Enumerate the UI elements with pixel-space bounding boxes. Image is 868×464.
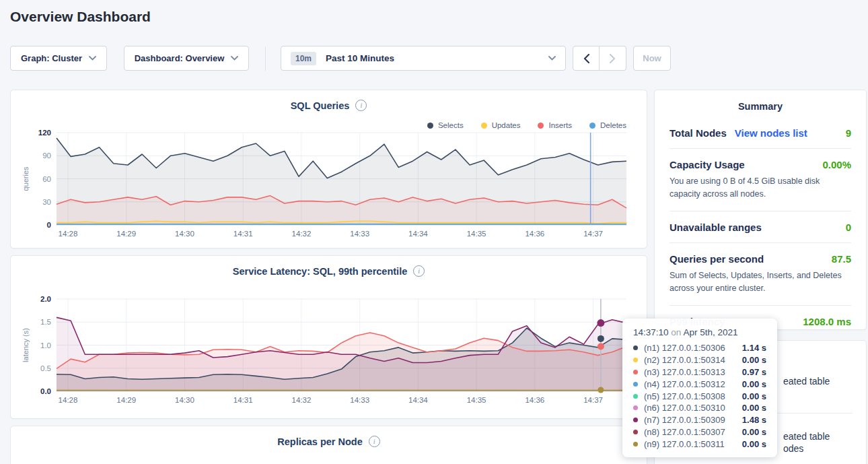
total-nodes-value: 9 [846,127,851,139]
inserts-dot-icon [538,123,544,129]
unavailable-ranges-value: 0 [846,222,851,233]
svg-text:0.0: 0.0 [40,387,51,395]
capacity-usage-label: Capacity Usage [670,159,745,170]
controls-divider [265,46,266,71]
n2-dot-icon [633,358,638,362]
tooltip-row-n4: (n4) 127.0.0.1:503120.00 s [633,378,766,390]
chevron-down-icon [89,56,96,61]
overview-dashboard-page: Overview Dashboard Graph: Cluster Dashbo… [0,0,868,464]
svg-text:14:32: 14:32 [292,230,312,238]
queries-per-second-value: 87.5 [832,253,851,265]
svg-text:14:34: 14:34 [408,396,428,404]
tooltip-row-n9: (n9) 127.0.0.1:503110.00 s [633,438,766,450]
tooltip-row-n7: (n7) 127.0.0.1:503091.48 s [633,414,766,426]
info-icon[interactable]: i [413,265,425,277]
replicas-per-node-panel: Replicas per Node i [10,426,647,464]
capacity-usage-value: 0.00% [822,159,851,170]
now-button[interactable]: Now [633,46,671,71]
time-range-label: Past 10 Minutes [326,53,394,63]
queries-per-second-label: Queries per second [670,253,764,265]
graph-dropdown-label: Graph: Cluster [21,53,82,63]
svg-text:1.5: 1.5 [40,318,51,326]
svg-text:latency (s): latency (s) [22,328,30,362]
p99-latency-value: 1208.0 ms [803,316,851,327]
svg-text:120: 120 [38,129,51,137]
sql-queries-title: SQL Queries [291,100,350,111]
event-text-fragment: eated table [783,376,830,387]
total-nodes-label: Total Nodes [670,127,727,139]
svg-text:14:37: 14:37 [583,396,603,404]
n3-dot-icon [633,370,638,374]
svg-text:14:29: 14:29 [116,396,136,404]
info-icon[interactable]: i [355,100,367,111]
n5-dot-icon [633,394,638,399]
time-range-picker[interactable]: 10m Past 10 Minutes [281,46,566,71]
replicas-per-node-title: Replicas per Node [277,436,363,447]
svg-text:queries: queries [22,166,30,191]
svg-text:14:34: 14:34 [408,230,428,238]
svg-text:90: 90 [42,152,51,160]
svg-text:14:36: 14:36 [525,396,544,404]
service-latency-panel: Service Latency: SQL, 99th percentile i … [10,255,647,419]
view-nodes-list-link[interactable]: View nodes list [735,127,807,139]
selects-dot-icon [427,123,433,129]
svg-text:2.0: 2.0 [40,295,51,303]
svg-text:0.5: 0.5 [40,364,51,372]
tooltip-row-n2: (n2) 127.0.0.1:503140.00 s [633,354,766,366]
n7-dot-icon [633,418,638,422]
latency-chart-tooltip: 14:37:10 on Apr 5th, 2021 (n1) 127.0.0.1… [622,319,777,457]
svg-text:14:33: 14:33 [350,396,369,404]
tooltip-row-n8: (n8) 127.0.0.1:503070.00 s [633,426,766,438]
summary-title: Summary [670,101,851,112]
chevron-down-icon [548,56,556,61]
svg-text:14:31: 14:31 [233,230,253,238]
n1-dot-icon [633,345,638,350]
dashboard-dropdown-label: Dashboard: Overview [135,53,225,63]
sql-queries-chart[interactable]: 14:2814:2914:3014:3114:3214:3314:3414:35… [11,129,648,240]
updates-dot-icon [481,123,487,129]
svg-text:14:31: 14:31 [233,396,253,404]
n4-dot-icon [633,382,638,387]
summary-row-total-nodes: Total Nodes View nodes list 9 [670,117,851,149]
svg-text:14:29: 14:29 [116,230,136,238]
svg-text:14:32: 14:32 [292,396,312,404]
svg-text:30: 30 [42,198,51,206]
svg-text:14:28: 14:28 [59,396,78,404]
svg-text:14:28: 14:28 [59,230,78,238]
graph-dropdown[interactable]: Graph: Cluster [10,46,107,71]
time-step-forward-button[interactable] [600,46,626,71]
queries-per-second-description: Sum of Selects, Updates, Inserts, and De… [670,269,851,296]
event-text-fragment: odes [783,443,803,454]
summary-row-queries-per-second: Queries per second 87.5 Sum of Selects, … [670,243,851,306]
svg-text:14:30: 14:30 [175,396,194,404]
summary-panel: Summary Total Nodes View nodes list 9 Ca… [654,90,867,330]
time-range-badge: 10m [291,52,316,65]
tooltip-row-n3: (n3) 127.0.0.1:503130.97 s [633,366,766,378]
n6-dot-icon [633,405,638,410]
info-icon[interactable]: i [369,436,380,447]
page-title: Overview Dashboard [10,9,151,25]
service-latency-chart[interactable]: 14:2814:2914:3014:3114:3214:3314:3414:35… [11,295,648,406]
time-step-back-button[interactable] [573,46,600,71]
event-text-fragment: eated table [783,431,830,442]
chevron-down-icon [231,56,238,61]
summary-row-capacity-usage: Capacity Usage 0.00% You are using 0 B o… [670,149,851,211]
deletes-dot-icon [589,123,595,129]
svg-text:14:35: 14:35 [467,396,486,404]
svg-text:14:36: 14:36 [525,230,544,238]
capacity-usage-description: You are using 0 B of 4.5 GiB usable disk… [670,175,851,201]
service-latency-title: Service Latency: SQL, 99th percentile [233,266,408,277]
svg-text:14:35: 14:35 [467,230,486,238]
svg-text:1.0: 1.0 [40,341,51,350]
svg-text:14:33: 14:33 [350,230,369,238]
n9-dot-icon [633,442,638,446]
time-step-buttons [573,46,626,71]
svg-text:14:30: 14:30 [175,230,194,238]
tooltip-timestamp: 14:37:10 on Apr 5th, 2021 [633,327,766,337]
unavailable-ranges-label: Unavailable ranges [670,222,762,233]
dashboard-dropdown[interactable]: Dashboard: Overview [124,46,249,71]
tooltip-row-n1: (n1) 127.0.0.1:503061.14 s [633,342,766,354]
n8-dot-icon [633,430,638,434]
svg-text:0: 0 [47,221,51,229]
tooltip-row-n6: (n6) 127.0.0.1:503100.00 s [633,402,766,414]
